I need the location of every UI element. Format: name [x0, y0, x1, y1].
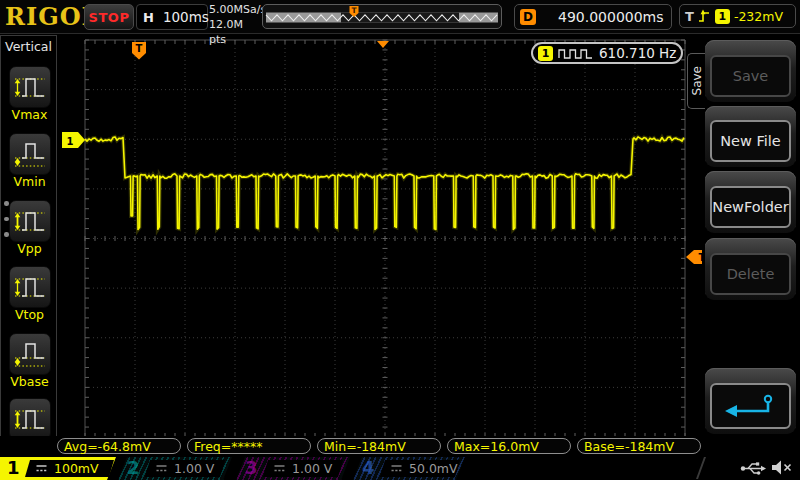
channel-plate: 50.0mV — [380, 460, 460, 477]
left-menu-panel: Vertical Vmax Vmin Vpp Vtop Vbase Vamp — [0, 35, 57, 450]
sample-rate: 5.00MSa/s — [209, 2, 261, 17]
memory-waveform-icon: T — [263, 5, 501, 28]
softkey-group — [705, 368, 796, 434]
back-button[interactable] — [710, 383, 791, 429]
display-center-marker — [377, 41, 389, 48]
new-file-button[interactable]: New File — [710, 120, 791, 162]
speaker-muted-icon — [770, 459, 794, 476]
channel2-chip[interactable]: 2 1.00 V — [118, 457, 232, 480]
delete-button[interactable]: Delete — [710, 253, 791, 295]
vmin-icon — [9, 133, 51, 175]
new-folder-button[interactable]: NewFolder — [710, 186, 791, 228]
dc-coupling-icon — [273, 464, 286, 473]
measurement-cell: Min=-184mV — [317, 438, 441, 454]
delay-value: 490.000000ms — [558, 9, 664, 25]
channel-number: 2 — [127, 457, 140, 478]
measure-label: Vtop — [1, 307, 58, 322]
memory-waveform-strip[interactable]: T — [262, 4, 502, 29]
trigger-label: T — [685, 9, 694, 24]
measure-label: Vmax — [1, 107, 58, 122]
timebase-control[interactable]: H 100ms — [136, 4, 208, 30]
ch1-level-marker[interactable]: 1 — [62, 132, 85, 148]
vbase-icon — [9, 333, 51, 375]
dc-coupling-icon — [155, 464, 168, 473]
ch1-waveform — [85, 137, 684, 230]
channel-scale: 1.00 V — [292, 461, 332, 476]
acquisition-info: 5.00MSa/s 12.0M pts — [209, 2, 261, 47]
oscilloscope-screen: 1 T T RIGOL STOP H 100ms 5.00MSa/s 12.0M… — [0, 0, 800, 480]
header-bar: RIGOL STOP H 100ms 5.00MSa/s 12.0M pts T… — [0, 0, 800, 34]
rising-edge-icon — [698, 8, 711, 24]
measurement-cell: Base=-184mV — [577, 438, 701, 454]
measure-label: Vbase — [1, 374, 58, 389]
svg-text:1: 1 — [67, 136, 74, 147]
svg-text:T: T — [136, 43, 143, 54]
trigger-position-marker[interactable]: T — [132, 42, 146, 60]
channel-scale: 1.00 V — [174, 461, 214, 476]
channel-plate: 100mV — [25, 460, 114, 477]
trigger-source-badge: 1 — [715, 9, 730, 24]
memory-depth: 12.0M pts — [209, 17, 261, 47]
measure-label: Vmin — [1, 174, 58, 189]
graticule — [85, 40, 685, 437]
measurement-cell: Max=16.0mV — [447, 438, 571, 454]
delay-readout[interactable]: D 490.000000ms — [514, 4, 672, 30]
measurement-cell: Avg=-64.8mV — [57, 438, 181, 454]
channel-number: 3 — [245, 457, 258, 478]
channel-scale: 50.0mV — [409, 461, 458, 476]
channel3-chip[interactable]: 3 1.00 V — [236, 457, 350, 480]
counter-channel-badge: 1 — [538, 46, 553, 61]
trigger-readout[interactable]: T 1 -232mV — [679, 4, 796, 28]
dc-coupling-icon — [35, 464, 48, 473]
vtop-icon — [9, 266, 51, 308]
frequency-value: 610.710 Hz — [599, 45, 676, 61]
horizontal-label: H — [143, 10, 154, 25]
usb-icon — [740, 461, 766, 476]
softkey-group: NewFolder — [705, 171, 796, 233]
softkey-group: New File — [705, 106, 796, 167]
timebase-value: 100ms — [163, 9, 209, 25]
scope-display: 1 T T — [0, 0, 800, 480]
vpp-icon — [9, 200, 51, 242]
measurement-cell: Freq=***** — [187, 438, 311, 454]
vamp-icon — [9, 398, 51, 440]
menu-tab-label: Save — [690, 66, 704, 95]
channel-plate: 1.00 V — [263, 460, 343, 477]
dc-coupling-icon — [390, 464, 403, 473]
channel-scale: 100mV — [54, 461, 99, 476]
softkey-group: Save — [705, 40, 796, 102]
channel-plate: 1.00 V — [145, 460, 225, 477]
channel1-chip[interactable]: 1 100mV — [0, 457, 116, 480]
return-arrow-icon — [722, 392, 780, 420]
vmax-icon — [9, 66, 51, 108]
run-state-button[interactable]: STOP — [84, 4, 134, 30]
frequency-counter: 1 610.710 Hz — [531, 42, 683, 64]
svg-text:T: T — [351, 6, 357, 15]
save-button[interactable]: Save — [710, 55, 791, 97]
square-wave-icon — [558, 46, 594, 60]
measure-label: Vpp — [1, 241, 58, 256]
status-separator — [696, 457, 706, 479]
delay-icon: D — [520, 9, 536, 25]
channel-number: 4 — [362, 457, 375, 478]
bottom-status-bar: Avg=-64.8mV Freq=***** Min=-184mV Max=16… — [0, 436, 800, 480]
save-menu-tab: Save — [687, 53, 705, 109]
channel4-chip[interactable]: 4 50.0mV — [353, 457, 465, 480]
channel-number: 1 — [7, 457, 20, 478]
softkey-group: Delete — [705, 238, 796, 300]
menu-page-dots — [4, 201, 9, 248]
trigger-level-value: -232mV — [734, 9, 783, 24]
menu-title: Vertical — [1, 39, 56, 54]
